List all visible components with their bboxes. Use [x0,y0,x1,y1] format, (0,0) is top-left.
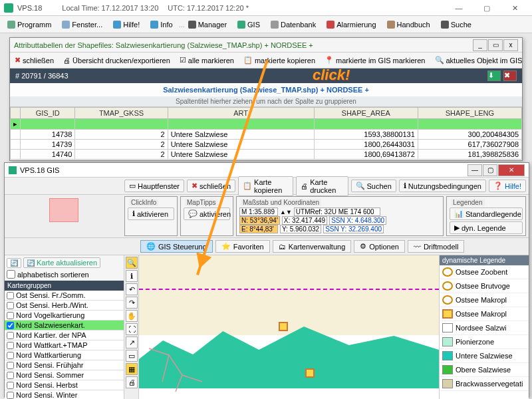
gis-terms-button[interactable]: ℹ Nutzungsbedingungen [399,180,486,192]
attr-close-tool[interactable]: ✖schließen [13,55,56,65]
gis-close-button[interactable]: ✕ [498,164,525,176]
maptipps-activate-button[interactable]: 💬 aktivieren [184,207,230,220]
select-tool[interactable]: ▭ [126,350,138,362]
gis-max-button[interactable]: ▢ [483,164,497,176]
tab-optionen[interactable]: ⚙ Optionen [354,240,405,253]
table-row[interactable]: 147392Untere Salzwiese1800,26443031617,7… [11,140,522,150]
gis-title: VPS.18 GIS [20,166,59,174]
layer-checkbox[interactable] [7,362,14,369]
attr-print-tool[interactable]: 🖨Übersicht drucken/exportieren [61,56,172,65]
layer-checkbox[interactable] [7,292,14,299]
gis-sidebar: 🔄 🔄 Karte aktualisieren alphabetisch sor… [5,255,124,399]
layer-tool[interactable]: ▦ [126,363,138,375]
gis-copymap-button[interactable]: 📋 Karte kopieren [238,176,293,196]
attr-table[interactable]: GIS_IDTMAP_GKSSARTSHAPE_AREASHAPE_LENG ▸… [10,107,522,160]
tab-kartenverwaltung[interactable]: 🗂 Kartenverwaltung [273,240,352,253]
menu-more[interactable]: ... [179,21,182,29]
dyn-legend-button[interactable]: ▶ dyn. Legende [450,221,523,234]
attr-export-button[interactable]: ⬇ [487,70,501,81]
menu-handbuch[interactable]: Handbuch [382,19,435,31]
layer-checkbox[interactable] [7,382,14,389]
legend-item: Nordsee Salzwi [440,321,529,335]
minimize-button[interactable]: — [446,1,472,15]
sort-checkbox[interactable] [7,270,15,279]
attr-mark-gis-tool[interactable]: 📍markierte im GIS markieren [323,55,427,65]
menu-suche[interactable]: Suche [436,19,476,31]
layer-item[interactable]: Nord Salzwiesenkart. [5,321,124,331]
attr-max-button[interactable]: ▭ [488,39,503,51]
menu-datenbank[interactable]: Datenbank [266,19,321,31]
layer-list[interactable]: Ost Sensi. Fr./Somm.Ost Sensi. Herb./Win… [5,291,124,399]
gis-app-icon [9,166,17,174]
tab-favoriten[interactable]: ⭐ Favoriten [215,240,270,253]
clickinfo-activate-button[interactable]: ℹ aktivieren [128,207,174,220]
legend-item: Ostsee Makropl [440,293,529,307]
attr-selectall-tool[interactable]: ☑alle markieren [178,55,236,65]
gis-printmap-button[interactable]: 🖨 Karte drucken [296,176,348,196]
layer-checkbox[interactable] [7,312,14,319]
gis-min-button[interactable]: — [467,164,482,176]
layer-checkbox[interactable] [7,332,14,339]
attr-close-button[interactable]: x [503,39,518,51]
gis-help-button[interactable]: ❓ Hilfe! [489,180,526,192]
layer-item[interactable]: Ost Sensi. Fr./Somm. [5,291,124,301]
attr-table-title: Salzwiesenkartierung (Salzwiese_TMAP.shp… [10,83,522,96]
layer-item[interactable]: Nord Sensi. Sommer [5,370,124,380]
overview-rect [49,198,78,222]
layer-item[interactable]: Nord Sensi. Winter [5,390,124,399]
attr-min-button[interactable]: _ [473,39,487,51]
layer-checkbox[interactable] [7,392,14,399]
layer-item[interactable]: Nord Sensi. Herbst [5,380,124,390]
fwd-tool[interactable]: ↷ [126,297,138,309]
table-header-row[interactable]: GIS_IDTMAP_GKSSARTSHAPE_AREASHAPE_LENG [11,108,522,119]
layer-item[interactable]: Nord Wattkartierung [5,350,124,360]
layer-checkbox[interactable] [7,342,14,349]
gis-window: VPS.18 GIS —▢✕ ▭ Hauptfenster ✖schließen… [4,162,529,398]
zoom-tool[interactable]: 🔍 [126,257,138,269]
map-canvas[interactable] [139,255,439,399]
close-button[interactable]: ✕ [501,1,528,15]
gis-mainwin-button[interactable]: ▭ Hauptfenster [124,180,184,192]
menu-info[interactable]: Info [146,19,177,31]
utm-value: UTMRef: 32U ME 174 600 [294,207,380,216]
pan-tool[interactable]: ✋ [126,310,138,322]
attr-copy-tool[interactable]: 📋markierte kopieren [241,55,317,65]
measure-tool[interactable]: ↗ [126,336,138,348]
menu-programm[interactable]: Programm [3,19,56,31]
layer-item[interactable]: Nord Kartier. der NPA [5,331,124,340]
back-tool[interactable]: ↶ [126,283,138,295]
print-tool[interactable]: 🖨 [126,376,138,388]
menu-hilfe[interactable]: Hilfe! [108,19,144,31]
layer-item[interactable]: Nord Wattkart.+TMAP [5,340,124,350]
info-tool[interactable]: ℹ [126,270,138,282]
layer-checkbox[interactable] [7,352,14,359]
table-row[interactable]: ▸ [11,119,522,130]
menu-fenster[interactable]: Fenster... [57,19,107,31]
menu-alarmierung[interactable]: Alarmierung [322,19,380,31]
attr-delete-button[interactable]: ✖ [503,70,517,81]
layer-checkbox[interactable] [7,322,14,329]
layer-item[interactable]: Nord Sensi. Frühjahr [5,360,124,370]
layergroup-header: Kartengruppen [5,281,124,291]
std-legend-button[interactable]: 📊 Standardlegende [450,207,523,220]
map-marker[interactable] [279,322,288,331]
table-row[interactable]: 147402Untere Salzwiese1800,69413872181,3… [11,150,522,160]
layer-item[interactable]: Ost Sensi. Herb./Wint. [5,301,124,311]
extent-tool[interactable]: ⛶ [126,323,138,335]
layer-checkbox[interactable] [7,372,14,379]
reload-icon[interactable]: 🔄 [7,258,21,268]
layer-checkbox[interactable] [7,302,14,309]
tab-driftmodell[interactable]: 〰 Driftmodell [408,240,465,253]
legend-panel: Legenden 📊 Standardlegende ▶ dyn. Legend… [446,196,526,236]
table-row[interactable]: 147382Untere Salzwiese1593,38800131300,2… [11,130,522,140]
tab-gis-steuerung[interactable]: 🌐 GIS Steuerung [140,240,213,253]
map-marker[interactable] [305,368,315,378]
maximize-button[interactable]: ▢ [473,1,500,15]
menu-manager[interactable]: Manager [184,19,231,31]
refresh-map-button[interactable]: 🔄 Karte aktualisieren [23,257,100,268]
layer-item[interactable]: Nord Vogelkartierung [5,311,124,321]
attr-countbar: # 20791 / 36843 ⬇ ✖ [10,68,522,83]
menu-gis[interactable]: GIS [233,19,265,31]
attr-find-gis-tool[interactable]: 🔍aktuelles Objekt im GIS finden [433,55,523,65]
gis-search-button[interactable]: 🔍 Suchen [351,180,396,192]
